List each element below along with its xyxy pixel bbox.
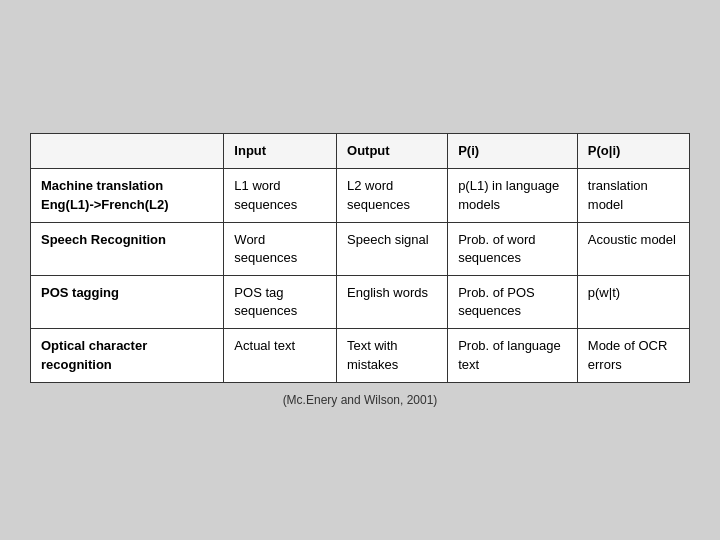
- row-pi-4: Prob. of language text: [448, 329, 578, 382]
- row-pi-2: Prob. of word sequences: [448, 222, 578, 275]
- row-input-2: Word sequences: [224, 222, 337, 275]
- row-output-3: English words: [337, 276, 448, 329]
- row-output-1: L2 word sequences: [337, 169, 448, 222]
- row-label-3: POS tagging: [31, 276, 224, 329]
- row-output-2: Speech signal: [337, 222, 448, 275]
- table-row: Speech Recognition Word sequences Speech…: [31, 222, 690, 275]
- row-input-3: POS tag sequences: [224, 276, 337, 329]
- row-output-4: Text with mistakes: [337, 329, 448, 382]
- col-header-input: Input: [224, 134, 337, 169]
- row-input-1: L1 word sequences: [224, 169, 337, 222]
- row-pi-1: p(L1) in language models: [448, 169, 578, 222]
- row-label-2: Speech Recognition: [31, 222, 224, 275]
- table-row: Machine translation Eng(L1)->French(L2) …: [31, 169, 690, 222]
- row-pi-3: Prob. of POS sequences: [448, 276, 578, 329]
- row-label-4: Optical character recognition: [31, 329, 224, 382]
- col-header-poi: P(o|i): [577, 134, 689, 169]
- row-input-4: Actual text: [224, 329, 337, 382]
- main-table: Input Output P(i) P(o|i) Machine transla…: [30, 133, 690, 383]
- col-header-output: Output: [337, 134, 448, 169]
- table-row: Optical character recognition Actual tex…: [31, 329, 690, 382]
- row-poi-3: p(w|t): [577, 276, 689, 329]
- row-poi-1: translation model: [577, 169, 689, 222]
- col-header-pi: P(i): [448, 134, 578, 169]
- row-label-1: Machine translation Eng(L1)->French(L2): [31, 169, 224, 222]
- table-row: POS tagging POS tag sequences English wo…: [31, 276, 690, 329]
- table-footer: (Mc.Enery and Wilson, 2001): [30, 393, 690, 407]
- col-header-label: [31, 134, 224, 169]
- page-container: Input Output P(i) P(o|i) Machine transla…: [0, 113, 720, 427]
- row-poi-2: Acoustic model: [577, 222, 689, 275]
- row-poi-4: Mode of OCR errors: [577, 329, 689, 382]
